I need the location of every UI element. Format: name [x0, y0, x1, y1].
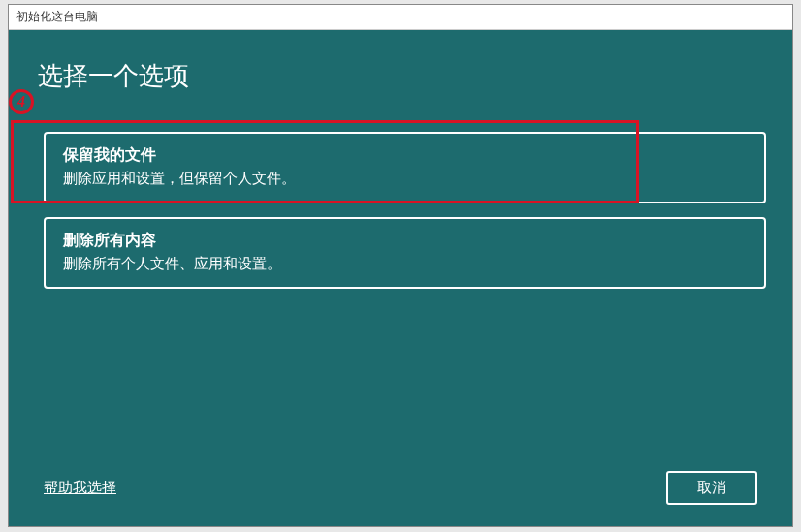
option-title: 保留我的文件	[63, 145, 747, 166]
option-title: 删除所有内容	[63, 231, 747, 251]
dialog-content: 选择一个选项 保留我的文件 删除应用和设置，但保留个人文件。 删除所有内容 删除…	[9, 30, 792, 526]
help-link[interactable]: 帮助我选择	[44, 479, 116, 497]
option-desc: 删除应用和设置，但保留个人文件。	[63, 170, 747, 188]
cancel-button[interactable]: 取消	[666, 471, 757, 505]
option-keep-files[interactable]: 保留我的文件 删除应用和设置，但保留个人文件。	[44, 132, 766, 203]
annotation-step-number: 4	[9, 89, 34, 114]
titlebar: 初始化这台电脑	[9, 5, 792, 30]
option-desc: 删除所有个人文件、应用和设置。	[63, 255, 747, 273]
bottom-row: 帮助我选择 取消	[44, 471, 757, 505]
dialog-window: 初始化这台电脑 选择一个选项 保留我的文件 删除应用和设置，但保留个人文件。 删…	[8, 4, 793, 527]
page-title: 选择一个选项	[38, 59, 757, 93]
option-remove-everything[interactable]: 删除所有内容 删除所有个人文件、应用和设置。	[44, 217, 766, 289]
window-title: 初始化这台电脑	[16, 9, 98, 25]
